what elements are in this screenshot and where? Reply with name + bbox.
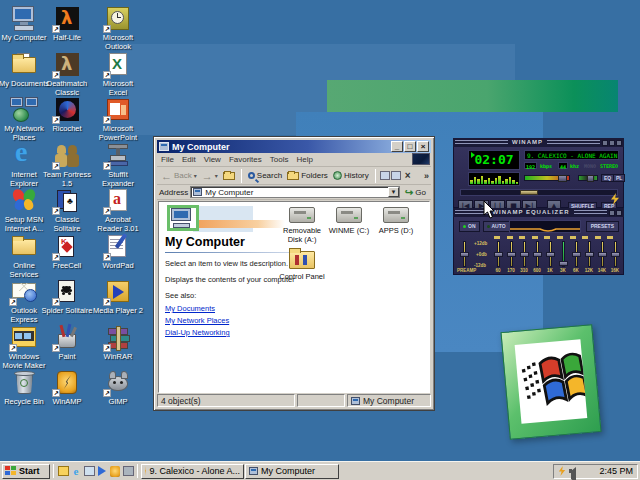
menu-help[interactable]: Help <box>292 155 316 164</box>
tray-winamp-icon[interactable] <box>558 466 566 476</box>
toolbar: ←Back▾ →▾ Search Folders History × » <box>157 167 431 185</box>
desktop-icon-media-player-2[interactable]: Media Player 2 <box>84 277 152 316</box>
tray-volume-icon[interactable] <box>569 467 578 476</box>
desktop-icon-stuffit-expander[interactable]: StuffIt Expander <box>87 141 149 188</box>
menu-view[interactable]: View <box>200 155 225 164</box>
desktop-icon-wordpad[interactable]: WordPad <box>87 232 149 271</box>
winamp-balance-slider[interactable] <box>578 175 598 181</box>
menu-file[interactable]: File <box>157 155 178 164</box>
media-player-icon <box>102 277 134 306</box>
item-removable-disk[interactable]: Removable Disk (A:) <box>278 207 326 244</box>
quicklaunch-media-player[interactable] <box>96 465 108 478</box>
quicklaunch-winamp[interactable] <box>109 465 121 478</box>
winamp-close[interactable] <box>616 140 622 146</box>
task-my-computer[interactable]: My Computer <box>245 464 339 479</box>
address-field[interactable]: My Computer ▼ <box>190 186 400 198</box>
link-dialup-networking[interactable]: Dial-Up Networking <box>165 328 291 337</box>
microsoft-outlook-icon <box>102 4 134 33</box>
start-button[interactable]: Start <box>2 464 50 479</box>
link-my-network-places[interactable]: My Network Places <box>165 316 291 325</box>
equalizer-window: WINAMP EQUALIZER ON AUTO PRESETS +12db +… <box>453 208 624 275</box>
eq-slider-170[interactable] <box>507 241 516 267</box>
eq-slider-6k[interactable] <box>572 241 581 267</box>
toolbar-chevron[interactable]: » <box>424 171 429 181</box>
eq-slider-3k[interactable] <box>559 241 568 267</box>
address-computer-icon <box>193 188 202 196</box>
menu-bar: File Edit View Favorites Tools Help <box>157 153 431 167</box>
quicklaunch-show-desktop[interactable] <box>83 465 95 478</box>
close-button[interactable]: × <box>417 141 429 152</box>
drive-icon <box>336 207 362 223</box>
winamp-freq-unit: khz <box>570 162 579 170</box>
eq-presets-button[interactable]: PRESETS <box>586 221 619 232</box>
window-icon <box>159 142 169 151</box>
desktop-icon-microsoft-outlook[interactable]: Microsoft Outlook <box>87 4 149 51</box>
equalizer-title: WINAMP EQUALIZER <box>490 208 571 217</box>
winamp-body: 02:07 9. CALEXICO - ALONE AGAIN O 192 kb… <box>453 147 624 208</box>
equalizer-close[interactable] <box>616 210 622 216</box>
eq-on-button[interactable]: ON <box>459 221 480 232</box>
delete-button[interactable]: × <box>402 170 414 181</box>
address-dropdown[interactable]: ▼ <box>388 187 399 197</box>
up-button[interactable] <box>221 172 237 180</box>
eq-slider-1k[interactable] <box>546 241 555 267</box>
winamp-minimize[interactable] <box>602 140 608 146</box>
eq-slider-14k[interactable] <box>598 241 607 267</box>
winamp-seek-handle[interactable] <box>520 190 538 195</box>
maximize-button[interactable]: □ <box>404 141 416 152</box>
forward-button[interactable]: →▾ <box>200 170 220 182</box>
eq-slider-preamp[interactable] <box>460 241 469 267</box>
moveto-icon[interactable] <box>380 171 390 180</box>
winamp-titlebar[interactable]: WINAMP <box>453 138 624 147</box>
item-winme-c[interactable]: WINME (C:) <box>325 207 373 235</box>
copyto-icon[interactable] <box>391 171 401 180</box>
winamp-shade[interactable] <box>609 140 615 146</box>
task-winamp[interactable]: 9. Calexico - Alone A... <box>141 464 244 479</box>
history-button[interactable]: History <box>331 171 371 180</box>
status-bar: 4 object(s) My Computer <box>157 394 431 407</box>
system-tray: 2:45 PM <box>553 464 638 479</box>
winamp-seek-bar[interactable] <box>460 189 618 196</box>
link-my-documents[interactable]: My Documents <box>165 304 291 313</box>
desktop-icon-microsoft-powerpoint[interactable]: Microsoft PowerPoint <box>87 95 149 142</box>
drive-icon <box>289 207 315 223</box>
eq-slider-16k[interactable] <box>611 241 620 267</box>
eq-slider-60[interactable] <box>494 241 503 267</box>
eq-auto-button[interactable]: AUTO <box>483 221 510 232</box>
equalizer-shade[interactable] <box>609 210 615 216</box>
item-apps-d[interactable]: APPS (D:) <box>372 207 420 235</box>
desktop-icon-winrar[interactable]: WinRAR <box>87 323 149 362</box>
go-button[interactable]: ↪Go <box>402 187 429 198</box>
minimize-button[interactable]: _ <box>391 141 403 152</box>
wallpaper-band-green <box>327 80 618 112</box>
webview-header-graphic <box>165 204 289 234</box>
menu-edit[interactable]: Edit <box>178 155 200 164</box>
desktop-icon-gimp[interactable]: GIMP <box>87 368 149 407</box>
search-icon <box>248 172 255 179</box>
item-control-panel[interactable]: Control Panel <box>278 251 326 281</box>
desktop-icon-microsoft-excel[interactable]: Microsoft Excel <box>87 50 149 97</box>
winamp-mono-indicator: MONO <box>584 162 596 170</box>
winamp-volume-slider[interactable] <box>524 175 570 181</box>
equalizer-titlebar[interactable]: WINAMP EQUALIZER <box>453 208 624 217</box>
eq-slider-12k[interactable] <box>585 241 594 267</box>
my-computer-window: My Computer _ □ × File Edit View Favorit… <box>153 136 435 411</box>
eq-slider-600[interactable] <box>533 241 542 267</box>
search-button[interactable]: Search <box>246 171 284 180</box>
quicklaunch-movie-maker[interactable] <box>57 465 69 478</box>
window-titlebar[interactable]: My Computer _ □ × <box>157 140 431 153</box>
quicklaunch-internet-explorer[interactable]: e <box>70 465 82 478</box>
ricochet-icon <box>51 95 83 124</box>
task-computer-icon <box>249 467 258 475</box>
microsoft-excel-icon <box>102 50 134 79</box>
menu-tools[interactable]: Tools <box>266 155 293 164</box>
back-button[interactable]: ←Back▾ <box>159 170 199 182</box>
desktop-icon-acrobat-reader[interactable]: Acrobat Reader 3.01 <box>87 186 149 233</box>
eq-slider-310[interactable] <box>520 241 529 267</box>
folders-button[interactable]: Folders <box>285 171 330 180</box>
eq-on-led <box>463 225 466 228</box>
winamp-pl-button[interactable]: PL <box>613 174 625 182</box>
menu-favorites[interactable]: Favorites <box>225 155 266 164</box>
winrar-icon <box>102 323 134 352</box>
quicklaunch-other[interactable] <box>122 465 134 478</box>
